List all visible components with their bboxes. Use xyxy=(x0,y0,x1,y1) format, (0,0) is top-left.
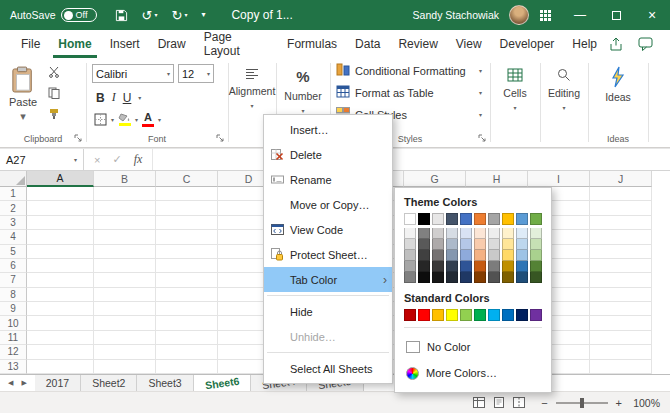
grid-cell[interactable] xyxy=(27,288,94,302)
color-swatch[interactable] xyxy=(460,272,472,283)
minimize-button[interactable]: — xyxy=(562,0,598,30)
grid-cell[interactable] xyxy=(156,273,218,287)
ribbon-tab[interactable]: Data xyxy=(346,30,389,58)
grid-cell[interactable] xyxy=(590,316,652,330)
context-menu-item[interactable]: Select All Sheets xyxy=(264,356,392,381)
color-swatch[interactable] xyxy=(404,213,416,225)
color-swatch[interactable] xyxy=(502,239,514,250)
color-swatch[interactable] xyxy=(404,309,416,321)
color-swatch[interactable] xyxy=(432,228,444,239)
color-swatch[interactable] xyxy=(432,261,444,272)
grid-cell[interactable] xyxy=(156,288,218,302)
color-swatch[interactable] xyxy=(488,261,500,272)
grid-cell[interactable] xyxy=(94,288,156,302)
color-swatch[interactable] xyxy=(530,250,542,261)
grid-cell[interactable] xyxy=(156,245,218,259)
color-swatch[interactable] xyxy=(418,228,430,239)
color-swatch[interactable] xyxy=(446,261,458,272)
save-button[interactable] xyxy=(115,9,128,22)
color-swatch[interactable] xyxy=(516,228,528,239)
grid-cell[interactable] xyxy=(156,230,218,244)
zoom-slider[interactable] xyxy=(556,402,608,404)
context-menu-item[interactable]: View Code xyxy=(264,217,392,242)
color-swatch[interactable] xyxy=(474,228,486,239)
customize-qat-button[interactable]: ▾ xyxy=(201,11,205,19)
context-menu-item[interactable]: Protect Sheet… xyxy=(264,242,392,267)
ribbon-tab[interactable]: Formulas xyxy=(278,30,346,58)
grid-cell[interactable] xyxy=(156,302,218,316)
column-header[interactable]: B xyxy=(94,171,156,187)
bold-button[interactable]: B xyxy=(96,91,105,105)
color-swatch[interactable] xyxy=(460,261,472,272)
color-swatch[interactable] xyxy=(446,272,458,283)
ribbon-tab[interactable]: Developer xyxy=(491,30,564,58)
grid-cell[interactable] xyxy=(27,360,94,374)
font-name-combobox[interactable]: Calibri ▾ xyxy=(92,64,174,83)
user-name[interactable]: Sandy Stachowiak xyxy=(413,9,499,21)
row-header[interactable]: 2 xyxy=(0,201,27,215)
context-menu-item[interactable]: Move or Copy… xyxy=(264,192,392,217)
ribbon-tab[interactable]: Insert xyxy=(101,30,149,58)
zoom-out-button[interactable]: − xyxy=(541,397,547,409)
color-swatch[interactable] xyxy=(418,213,430,225)
grid-cell[interactable] xyxy=(94,302,156,316)
color-swatch[interactable] xyxy=(418,309,430,321)
column-header[interactable]: I xyxy=(528,171,590,187)
color-swatch[interactable] xyxy=(432,239,444,250)
share-button[interactable] xyxy=(608,37,624,52)
grid-cell[interactable] xyxy=(94,360,156,374)
grid-cell[interactable] xyxy=(27,345,94,359)
dialog-launcher-icon[interactable] xyxy=(216,132,224,144)
ribbon-tab[interactable]: View xyxy=(447,30,491,58)
grid-cell[interactable] xyxy=(94,331,156,345)
row-header[interactable]: 6 xyxy=(0,259,27,273)
grid-cell[interactable] xyxy=(156,331,218,345)
sheet-tab[interactable]: Sheet2 xyxy=(81,375,137,391)
autosave-toggle[interactable]: Off xyxy=(61,8,97,22)
zoom-slider-thumb[interactable] xyxy=(580,398,584,408)
grid-cell[interactable] xyxy=(27,302,94,316)
format-painter-button[interactable] xyxy=(48,108,60,120)
page-break-view-button[interactable] xyxy=(513,397,525,408)
row-header[interactable]: 5 xyxy=(0,245,27,259)
color-swatch[interactable] xyxy=(418,272,430,283)
grid-cell[interactable] xyxy=(156,201,218,215)
color-swatch[interactable] xyxy=(474,213,486,225)
color-swatch[interactable] xyxy=(446,228,458,239)
ideas-button[interactable]: Ideas xyxy=(588,58,648,103)
normal-view-button[interactable] xyxy=(473,397,485,408)
color-swatch[interactable] xyxy=(404,261,416,272)
grid-cell[interactable] xyxy=(94,230,156,244)
grid-cell[interactable] xyxy=(590,259,652,273)
copy-button[interactable] xyxy=(48,87,60,99)
color-swatch[interactable] xyxy=(488,239,500,250)
ribbon-tab[interactable]: File xyxy=(12,30,49,58)
color-swatch[interactable] xyxy=(502,250,514,261)
color-swatch[interactable] xyxy=(404,239,416,250)
color-swatch[interactable] xyxy=(474,261,486,272)
grid-cell[interactable] xyxy=(94,216,156,230)
grid-cell[interactable] xyxy=(590,331,652,345)
color-swatch[interactable] xyxy=(446,239,458,250)
redo-button[interactable]: ↻▾ xyxy=(171,9,187,22)
grid-cell[interactable] xyxy=(27,216,94,230)
cancel-button[interactable]: × xyxy=(94,154,100,166)
sheet-tab[interactable]: 2017 xyxy=(35,375,81,391)
color-swatch[interactable] xyxy=(432,309,444,321)
color-swatch[interactable] xyxy=(460,213,472,225)
context-menu-item[interactable]: Delete xyxy=(264,142,392,167)
color-swatch[interactable] xyxy=(474,250,486,261)
dialog-launcher-icon[interactable] xyxy=(74,132,82,144)
chevron-down-icon[interactable]: ▾ xyxy=(138,94,141,101)
column-header[interactable]: J xyxy=(590,171,652,187)
formula-input[interactable] xyxy=(153,149,670,170)
grid-cell[interactable] xyxy=(590,345,652,359)
zoom-in-button[interactable]: + xyxy=(616,397,622,409)
grid-cell[interactable] xyxy=(590,187,652,201)
color-swatch[interactable] xyxy=(446,213,458,225)
zoom-level[interactable]: 100% xyxy=(630,397,660,409)
grid-cell[interactable] xyxy=(94,273,156,287)
color-swatch[interactable] xyxy=(460,228,472,239)
page-layout-view-button[interactable] xyxy=(493,397,505,408)
insert-function-button[interactable]: fx xyxy=(134,152,143,167)
